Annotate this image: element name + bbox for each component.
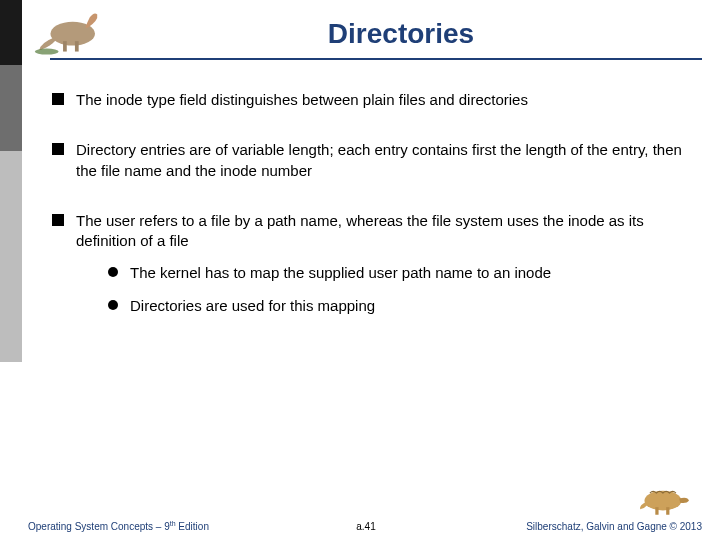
sub-bullet-item: The kernel has to map the supplied user … <box>106 263 690 283</box>
bullet-item: The user refers to a file by a path name… <box>50 211 690 316</box>
sub-bullet-item: Directories are used for this mapping <box>106 296 690 316</box>
dinosaur-top-icon <box>30 4 108 56</box>
slide-title: Directories <box>22 0 720 50</box>
svg-point-3 <box>35 49 59 55</box>
bullet-item: The inode type field distinguishes betwe… <box>50 90 690 110</box>
bullet-text: The user refers to a file by a path name… <box>76 212 644 249</box>
left-decorative-stripe <box>0 0 22 540</box>
svg-rect-6 <box>666 507 669 515</box>
slide-body: The inode type field distinguishes betwe… <box>50 90 690 346</box>
bullet-text: Directory entries are of variable length… <box>76 141 682 178</box>
bullet-text: The inode type field distinguishes betwe… <box>76 91 528 108</box>
slide-header: Directories <box>22 0 720 66</box>
svg-rect-5 <box>655 507 658 515</box>
footer-page-number: a.41 <box>356 521 375 532</box>
sub-bullet-text: Directories are used for this mapping <box>130 297 375 314</box>
footer-left-prefix: Operating System Concepts – 9 <box>28 521 170 532</box>
sub-bullet-text: The kernel has to map the supplied user … <box>130 264 551 281</box>
footer-left: Operating System Concepts – 9th Edition <box>28 520 209 532</box>
svg-rect-1 <box>63 41 67 51</box>
title-underline <box>50 58 702 60</box>
footer-copyright: Silberschatz, Galvin and Gagne © 2013 <box>526 521 702 532</box>
dinosaur-bottom-icon <box>634 480 694 518</box>
footer-left-suffix: Edition <box>176 521 209 532</box>
bullet-item: Directory entries are of variable length… <box>50 140 690 181</box>
svg-rect-2 <box>75 41 79 51</box>
